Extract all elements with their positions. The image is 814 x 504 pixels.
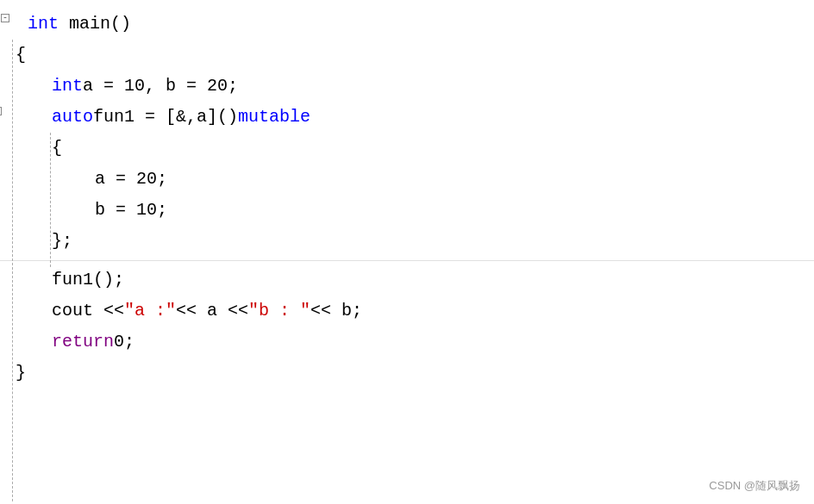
code-string-a: "a :" [124,296,176,327]
code-line-2: { [0,40,814,71]
code-line-9: fun1(); [0,264,814,296]
code-cout: cout << [52,296,124,327]
code-string-b: "b : " [248,296,310,327]
watermark: CSDN @随风飘扬 [709,478,800,494]
code-container: - int main() { int a = 10, b = 20; - aut… [0,0,814,504]
code-brace-open: { [16,40,26,71]
code-lambda-assign: fun1 = [&,a]() [93,102,238,133]
code-inner-brace-open: { [52,133,62,164]
collapse-icon-2[interactable]: - [0,107,2,115]
code-line-4: - auto fun1 = [&,a]()mutable [0,102,814,133]
code-fun1-call: fun1(); [52,264,124,296]
code-b-assign: b = 10; [95,195,167,226]
code-line-8: }; [0,226,814,257]
keyword-auto: auto [52,102,93,133]
keyword-mutable: mutable [238,102,310,133]
keyword-return: return [52,327,114,358]
code-line-6: a = 20; [0,164,814,195]
code-inner-brace-close: }; [52,226,72,257]
separator-line [0,260,814,261]
code-stream-b: << b; [310,296,362,327]
code-line-5: { [0,133,814,164]
collapse-icon-1[interactable]: - [1,14,9,22]
code-text: main() [59,14,131,34]
code-line-11: return 0; [0,327,814,358]
code-line-7: b = 10; [0,195,814,226]
code-stream-a: << a << [176,296,248,327]
code-return-val: 0; [114,327,135,358]
code-line-3: int a = 10, b = 20; [0,71,814,102]
keyword-int: int [28,14,59,34]
keyword-int-2: int [52,71,83,102]
code-a-assign: a = 20; [95,164,167,195]
code-line-12: } [0,358,814,389]
code-outer-brace-close: } [16,358,26,389]
code-line-10: cout << "a :" << a << "b : " << b; [0,296,814,327]
code-vars: a = 10, b = 20; [83,71,238,102]
code-line-1: - int main() [0,9,814,40]
